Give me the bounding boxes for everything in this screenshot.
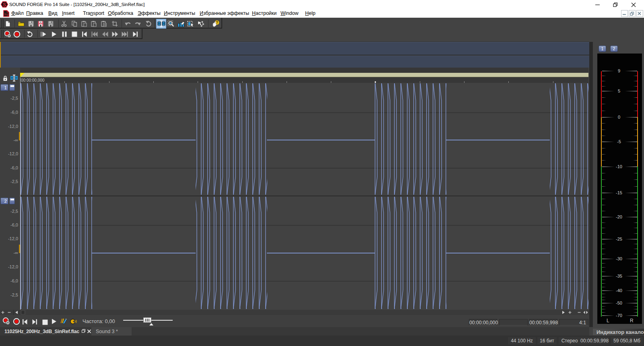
svg-text:frg: frg bbox=[4, 12, 8, 16]
svg-text:S: S bbox=[3, 2, 6, 8]
